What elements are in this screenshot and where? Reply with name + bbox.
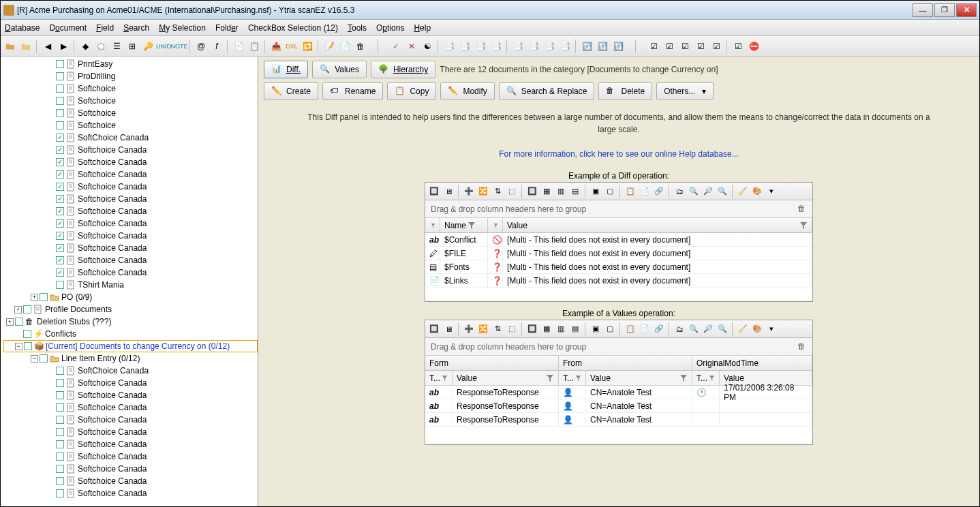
checkbox[interactable]	[56, 232, 64, 240]
maximize-button[interactable]: ❐	[934, 3, 955, 17]
checkbox[interactable]	[56, 489, 64, 497]
tree-item[interactable]: Softchoice Canada	[3, 193, 258, 205]
checkbox[interactable]	[56, 84, 64, 93]
tb-h-icon[interactable]: 📑	[558, 40, 572, 53]
checkbox[interactable]	[56, 121, 64, 129]
expand-icon[interactable]: +	[6, 318, 14, 326]
checkbox[interactable]	[56, 183, 64, 191]
doc-del-icon[interactable]: 📄	[338, 40, 352, 53]
menu-document[interactable]: Document	[49, 23, 87, 33]
invert-icon[interactable]: ☯	[420, 40, 434, 53]
tree-item[interactable]: + PO (0/9)	[3, 291, 258, 303]
grid1-row[interactable]: ▤ $Fonts ❓ [Multi - This field does not …	[425, 260, 812, 274]
expand-icon[interactable]: −	[31, 355, 38, 363]
grid-tb-icon[interactable]: 🔲	[526, 323, 538, 335]
tree-item[interactable]: Softchoice	[3, 95, 258, 107]
open-icon[interactable]	[3, 40, 17, 53]
checkbox[interactable]	[56, 97, 64, 105]
checkbox[interactable]	[56, 244, 64, 252]
tb-e-icon[interactable]: 📑	[511, 40, 525, 53]
grid-tb-icon[interactable]: ▣	[589, 185, 602, 198]
search-replace-button[interactable]: 🔍Search & Replace	[499, 82, 595, 100]
grid2-col-origmod[interactable]: OriginalModTime	[692, 356, 812, 370]
note-icon[interactable]: NOTE	[172, 40, 186, 53]
grid-tb-icon[interactable]: 🖥	[442, 323, 455, 335]
diff-button[interactable]: 📊Diff.	[264, 61, 308, 78]
chk5-icon[interactable]: ☑	[709, 40, 723, 53]
grid2-sub-t1[interactable]: T...	[425, 371, 453, 385]
grid-tb-icon[interactable]: ▣	[589, 323, 602, 335]
expand-icon[interactable]: +	[31, 294, 38, 301]
grid1-row[interactable]: 📄 $Links ❓ [Multi - This field does not …	[425, 274, 812, 288]
tree-item[interactable]: Softchoice Canada	[3, 156, 258, 168]
tree-item[interactable]: Softchoice Canada	[3, 168, 258, 181]
tree-item[interactable]: Softchoice Canada	[3, 266, 258, 279]
tree-item[interactable]: Softchoice Canada	[3, 475, 258, 487]
grid-tb-icon[interactable]: 🔎	[702, 323, 714, 335]
grid-tb-icon[interactable]: 🔎	[702, 185, 714, 198]
copy-button[interactable]: 📋Copy	[387, 82, 436, 100]
grid2-group-zone[interactable]: Drag & drop column headers here to group…	[425, 338, 812, 356]
grid-tb-icon[interactable]: 🔗	[653, 323, 665, 335]
grid-tb-icon[interactable]: 🧹	[737, 323, 749, 335]
trash-drop2-icon[interactable]: 🗑	[797, 341, 808, 352]
tree-item[interactable]: Softchoice Canada	[3, 377, 258, 389]
tb-a-icon[interactable]: 📑	[442, 40, 456, 53]
tree-item[interactable]: ⚡ Conflicts	[3, 328, 258, 340]
checkbox[interactable]	[56, 367, 64, 375]
grid1-group-zone[interactable]: Drag & drop column headers here to group…	[425, 200, 812, 218]
tree-item[interactable]: Softchoice Canada	[3, 426, 258, 438]
tree-item[interactable]: Softchoice Canada	[3, 389, 258, 401]
checkbox[interactable]	[56, 268, 64, 277]
others-button[interactable]: Others...▾	[656, 82, 714, 100]
x-icon[interactable]: ✕	[405, 40, 418, 53]
grid-tb-icon[interactable]: 🔍	[716, 185, 729, 198]
grid1-row[interactable]: ab $Conflict 🚫 [Multi - This field does …	[425, 233, 812, 247]
tb-b-icon[interactable]: 📑	[458, 40, 472, 53]
tree-item[interactable]: Softchoice	[3, 107, 258, 119]
grid-tb-icon[interactable]: ▢	[604, 323, 616, 335]
checkbox[interactable]	[56, 428, 64, 436]
menu-tools[interactable]: Tools	[348, 23, 367, 33]
grid-tb-icon[interactable]: ▤	[569, 185, 581, 198]
tree-item[interactable]: Softchoice Canada	[3, 181, 258, 193]
tree-item[interactable]: ProDrilling	[3, 70, 258, 82]
minimize-button[interactable]: —	[913, 3, 933, 17]
tree-item[interactable]: Softchoice Canada	[3, 205, 258, 217]
modify-button[interactable]: ✏️Modify	[440, 82, 494, 100]
grid-tb-icon[interactable]: 🎨	[751, 185, 763, 198]
checkbox[interactable]	[23, 305, 31, 313]
grid-tb-icon[interactable]: 🧹	[737, 185, 749, 198]
menu-field[interactable]: Field	[96, 23, 114, 33]
key-icon[interactable]: 🔑	[141, 40, 155, 53]
grid-tb-icon[interactable]: ⇅	[491, 185, 504, 198]
grid-tb-icon[interactable]: 📋	[624, 185, 637, 198]
grid-tb-icon[interactable]: 🔍	[688, 185, 700, 198]
menu-options[interactable]: Options	[376, 23, 404, 33]
grid1-col-name[interactable]: Name	[440, 218, 488, 232]
menu-database[interactable]: Database	[5, 23, 40, 33]
grid2-col-from[interactable]: From	[559, 356, 692, 370]
grid-tb-icon[interactable]: ⇅	[491, 323, 504, 335]
doc1-icon[interactable]: 📄	[232, 40, 245, 53]
tree-item[interactable]: − Line Item Entry (0/12)	[3, 352, 258, 365]
checkbox[interactable]	[56, 146, 64, 154]
grid2-row[interactable]: ab ResponseToResponse 👤 CN=Anatole Test	[425, 399, 812, 413]
grid2-sub-v2[interactable]: Value	[586, 371, 692, 385]
grid-tb-icon[interactable]: ▾	[765, 185, 778, 198]
grid-tb-icon[interactable]: ▦	[540, 323, 553, 335]
checkbox[interactable]	[56, 134, 64, 142]
checkbox[interactable]	[56, 379, 64, 387]
grid-tb-icon[interactable]: 🔀	[477, 323, 489, 335]
folder-icon[interactable]	[19, 40, 33, 53]
menu-folder[interactable]: Folder	[215, 23, 239, 33]
grid-tb-icon[interactable]: ▥	[555, 323, 567, 335]
check-icon[interactable]: ✓	[389, 40, 403, 53]
f-icon[interactable]: f	[210, 40, 224, 53]
trash-icon[interactable]: 🗑	[354, 40, 367, 53]
grid-tb-icon[interactable]: ➕	[463, 323, 475, 335]
at-icon[interactable]: @	[194, 40, 208, 53]
checkbox[interactable]	[23, 330, 31, 338]
tb-g-icon[interactable]: 📑	[542, 40, 556, 53]
tree-item[interactable]: Softchoice Canada	[3, 230, 258, 242]
